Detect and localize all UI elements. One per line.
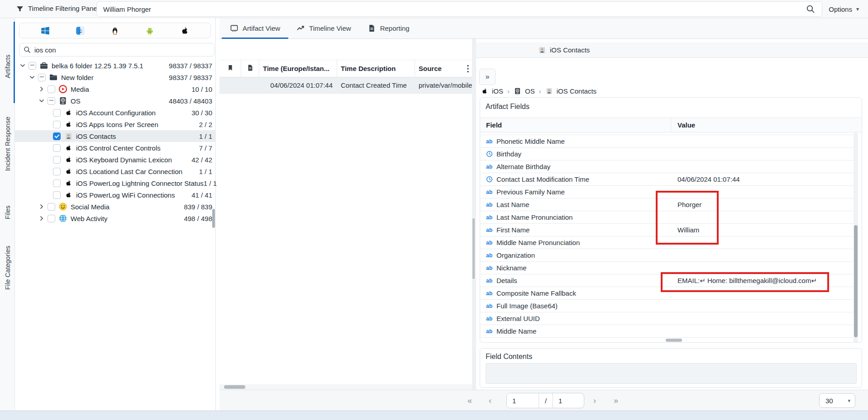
time-column-header[interactable]: Time (Europe/Istan... bbox=[259, 60, 337, 77]
breadcrumb-item-ios[interactable]: iOS bbox=[481, 87, 503, 95]
results-panel: Time (Europe/Istan... Time Description S… bbox=[219, 39, 472, 390]
tab-timeline-view[interactable]: Timeline View bbox=[288, 18, 359, 38]
artifact-search-input[interactable] bbox=[34, 46, 210, 54]
field-row[interactable]: Birthday bbox=[480, 148, 857, 160]
tree-row-ios-account-configuration[interactable]: iOS Account Configuration 30 / 30 bbox=[15, 107, 216, 118]
field-row[interactable]: ab Organization bbox=[480, 249, 857, 262]
field-row-details[interactable]: ab Details EMAIL:↵ Home: billthemegakill… bbox=[480, 274, 857, 287]
breadcrumb-separator: › bbox=[507, 87, 510, 95]
windows-icon[interactable] bbox=[40, 26, 50, 36]
tree-row-web-activity[interactable]: Web Activity 498 / 498 bbox=[15, 212, 216, 224]
tree-row-os[interactable]: OS 48403 / 48403 bbox=[15, 95, 216, 107]
field-row[interactable]: ab External UUID bbox=[480, 312, 857, 325]
scrollbar-thumb[interactable] bbox=[224, 385, 245, 389]
checkbox-unchecked[interactable] bbox=[53, 144, 61, 152]
checkbox-unchecked[interactable] bbox=[53, 179, 61, 187]
field-row[interactable]: ab Alternate Birthday bbox=[480, 160, 857, 173]
field-name: Nickname bbox=[496, 264, 527, 272]
chevron-down-icon[interactable] bbox=[19, 61, 27, 70]
linux-icon[interactable] bbox=[110, 26, 120, 36]
fields-hscrollbar-thumb[interactable] bbox=[666, 339, 682, 342]
results-scrollbar-thumb[interactable] bbox=[472, 218, 475, 279]
chevron-right-icon[interactable] bbox=[38, 203, 46, 211]
fields-scrollbar-thumb[interactable] bbox=[854, 225, 858, 337]
checkbox-unchecked[interactable] bbox=[53, 109, 61, 117]
file-column-header[interactable] bbox=[241, 60, 259, 77]
tree-row-social-media[interactable]: Social Media 839 / 839 bbox=[15, 201, 216, 212]
field-row[interactable]: ab Full Image (Base64) bbox=[480, 300, 857, 312]
breadcrumb-item-ios-contacts[interactable]: iOS Contacts bbox=[545, 87, 596, 95]
tree-scrollbar-thumb[interactable] bbox=[212, 209, 215, 228]
global-search-input[interactable] bbox=[97, 5, 806, 13]
tree-row-ios-powerlog-wifi[interactable]: iOS PowerLog WiFi Connections 41 / 41 bbox=[15, 189, 216, 201]
macos-icon[interactable] bbox=[75, 26, 85, 36]
field-row[interactable]: ab Middle Name bbox=[480, 325, 857, 338]
tree-row-ios-powerlog-lightning[interactable]: iOS PowerLog Lightning Connector Status … bbox=[15, 177, 216, 189]
apple-icon[interactable] bbox=[180, 26, 190, 36]
field-row[interactable]: ab Last Name Pronunciation bbox=[480, 211, 857, 224]
field-row[interactable]: ab Phonetic Middle Name bbox=[480, 135, 857, 148]
tree-row-ios-keyboard-lexicon[interactable]: iOS Keyboard Dynamic Lexicon 42 / 42 bbox=[15, 154, 216, 165]
field-row[interactable]: ab Middle Name Pronunciation bbox=[480, 236, 857, 249]
checkbox-indeterminate[interactable] bbox=[48, 97, 55, 105]
tree-row-media[interactable]: Media 10 / 10 bbox=[15, 83, 216, 95]
detail-panel: iOS Contacts » iOS › OS › iOS Contacts A… bbox=[476, 39, 868, 390]
tree-row-ios-locationd[interactable]: iOS Locationd Last Car Connection 1 / 1 bbox=[15, 165, 216, 177]
time-description-column-header[interactable]: Time Description bbox=[337, 60, 415, 77]
chevron-right-icon[interactable] bbox=[38, 214, 46, 222]
field-row[interactable]: ab First Name William bbox=[480, 224, 857, 236]
tree-row-ios-contacts[interactable]: iOS Contacts 1 / 1 bbox=[15, 130, 216, 142]
checkbox-unchecked[interactable] bbox=[53, 121, 61, 128]
tree-row-folder[interactable]: New folder 98337 / 98337 bbox=[15, 71, 216, 83]
breadcrumb-item-os[interactable]: OS bbox=[514, 87, 535, 95]
tab-reporting[interactable]: Reporting bbox=[359, 18, 418, 38]
field-column-header[interactable]: Field bbox=[480, 118, 671, 132]
field-row[interactable]: ab Previous Family Name bbox=[480, 186, 857, 198]
page-size-select[interactable]: 30 ▾ bbox=[819, 393, 855, 408]
chevron-down-icon[interactable] bbox=[28, 73, 36, 81]
checkbox-unchecked[interactable] bbox=[53, 168, 61, 175]
collapse-panel-button[interactable]: » bbox=[479, 69, 496, 85]
chevron-down-icon[interactable] bbox=[38, 97, 46, 105]
field-contents-input[interactable] bbox=[486, 363, 857, 384]
field-value: EMAIL:↵ Home: billthemegakill@icloud.com… bbox=[677, 277, 817, 285]
sidebar-tab-incident-response[interactable]: Incident Response bbox=[0, 97, 15, 191]
timeline-view-icon bbox=[296, 24, 305, 33]
result-time-description: Contact Created Time bbox=[337, 81, 415, 89]
next-page-button[interactable]: › bbox=[591, 390, 599, 411]
tree-row-count: 42 / 42 bbox=[191, 156, 212, 164]
result-row-selected[interactable]: 04/06/2024 01:07:44 Contact Created Time… bbox=[219, 77, 472, 94]
page-number-input[interactable] bbox=[507, 393, 539, 408]
sidebar-tab-files[interactable]: Files bbox=[0, 201, 15, 224]
tree-row-case[interactable]: belka 6 folder 12.25 1.39 7.5.1 98337 / … bbox=[15, 60, 216, 71]
checkbox-indeterminate[interactable] bbox=[29, 62, 36, 70]
field-row[interactable]: ab Last Name Phorger bbox=[480, 198, 857, 211]
checkbox-indeterminate[interactable] bbox=[38, 74, 46, 81]
tree-row-ios-control-center[interactable]: iOS Control Center Controls 7 / 7 bbox=[15, 142, 216, 154]
checkbox-unchecked[interactable] bbox=[53, 191, 61, 199]
checkbox-unchecked[interactable] bbox=[48, 203, 55, 211]
field-row[interactable]: ab Nickname bbox=[480, 262, 857, 274]
chevron-right-icon[interactable] bbox=[38, 85, 46, 93]
checkbox-checked[interactable] bbox=[53, 132, 61, 140]
checkbox-unchecked[interactable] bbox=[48, 215, 55, 222]
bookmark-column-header[interactable] bbox=[219, 60, 241, 77]
last-page-button[interactable]: » bbox=[611, 390, 621, 411]
tab-artifact-view[interactable]: Artifact View bbox=[222, 18, 288, 38]
tree-row-ios-apps-icons[interactable]: iOS Apps Icons Per Screen 2 / 2 bbox=[15, 118, 216, 130]
previous-page-button[interactable]: ‹ bbox=[486, 390, 494, 411]
sidebar-tab-artifacts[interactable]: Artifacts bbox=[0, 35, 15, 98]
value-column-header[interactable]: Value bbox=[671, 118, 862, 132]
search-icon[interactable] bbox=[806, 4, 816, 14]
field-row[interactable]: ab Composite Name Fallback bbox=[480, 287, 857, 300]
checkbox-unchecked[interactable] bbox=[48, 85, 55, 93]
first-page-button[interactable]: « bbox=[465, 390, 475, 411]
options-button[interactable]: Options ▾ bbox=[826, 0, 862, 18]
checkbox-unchecked[interactable] bbox=[53, 156, 61, 164]
column-menu-icon[interactable] bbox=[465, 60, 471, 77]
source-column-header[interactable]: Source bbox=[415, 60, 472, 77]
contacts-icon bbox=[538, 46, 546, 54]
field-row[interactable]: Contact Last Modification Time 04/06/202… bbox=[480, 173, 857, 186]
sidebar-tab-file-categories[interactable]: File Categories bbox=[0, 231, 15, 304]
android-icon[interactable] bbox=[145, 26, 155, 36]
